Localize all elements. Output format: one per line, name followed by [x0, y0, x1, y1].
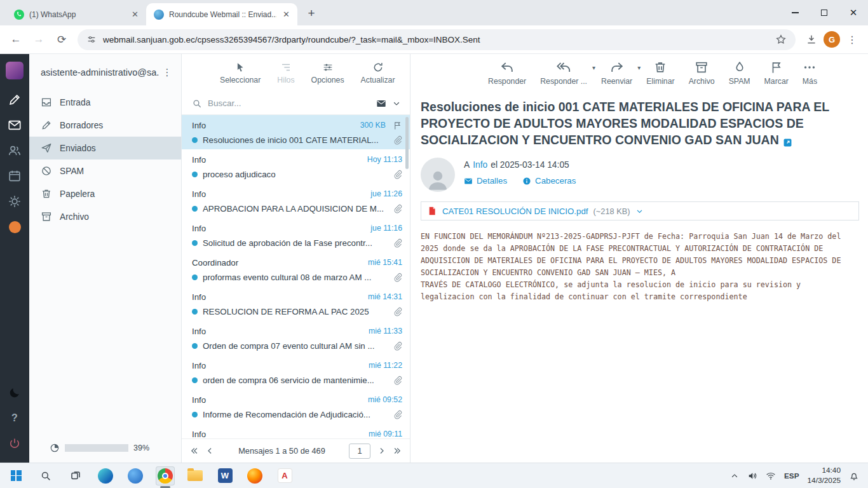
message-list-item[interactable]: Infojue 11:26 APROBACION PARA LA ADQUISI…	[182, 184, 410, 218]
message-list-item[interactable]: Info300 KB Resoluciones de inicio 001 CA…	[182, 115, 410, 149]
cpanel-button[interactable]	[0, 214, 29, 240]
compose-button[interactable]	[0, 87, 29, 112]
url-bar[interactable]: webmail.sanjuan.gob.ec/cpsess3265394567/…	[78, 29, 796, 50]
spam-icon	[41, 165, 52, 177]
site-info-icon[interactable]	[86, 34, 97, 44]
app-button-blue[interactable]	[126, 466, 145, 485]
calendar-nav-button[interactable]	[0, 163, 29, 189]
downloads-icon[interactable]	[801, 29, 822, 50]
message-list-item[interactable]: Infomié 09:52 Informe de Recomendación d…	[182, 390, 410, 424]
archive-button[interactable]: Archivo	[689, 60, 715, 86]
hidden-icons-chevron-icon[interactable]	[730, 471, 739, 480]
message-list-item[interactable]: Infomié 09:11	[182, 424, 410, 438]
attachment-name[interactable]: CATE01 RESOLUCIÓN DE INICIO.pdf	[442, 207, 588, 216]
threads-button[interactable]: Hilos	[277, 62, 294, 85]
spam-button[interactable]: SPAM	[729, 60, 750, 86]
refresh-list-button[interactable]: Actualizar	[361, 62, 395, 85]
details-toggle[interactable]: Detalles	[464, 176, 507, 186]
folder-enviados[interactable]: Enviados	[29, 137, 181, 159]
first-page-icon[interactable]	[189, 446, 199, 456]
task-view-button[interactable]	[66, 466, 85, 485]
forward-button[interactable]: →	[28, 29, 50, 50]
acrobat-icon: A	[278, 468, 292, 483]
network-icon[interactable]	[766, 471, 776, 481]
logout-button[interactable]	[0, 431, 29, 456]
new-tab-button[interactable]: +	[302, 4, 320, 22]
previous-page-icon[interactable]	[205, 446, 215, 456]
message-date: mié 09:52	[368, 395, 402, 404]
screen: (1) WhatsApp ✕ Roundcube Webmail :: Envi…	[0, 0, 868, 488]
attachment-row[interactable]: CATE01 RESOLUCIÓN DE INICIO.pdf (~218 KB…	[421, 201, 859, 220]
folder-spam[interactable]: SPAM	[29, 159, 181, 182]
volume-icon[interactable]	[747, 471, 757, 481]
window-close-button[interactable]: ✕	[839, 0, 868, 25]
chrome-button[interactable]	[156, 466, 175, 485]
attachment-menu-chevron-icon[interactable]	[635, 207, 644, 215]
headers-toggle[interactable]: Cabeceras	[522, 176, 576, 186]
taskbar-search-button[interactable]	[36, 466, 55, 485]
forward-button[interactable]: ▾Reenviar	[601, 60, 632, 86]
tab-whatsapp[interactable]: (1) WhatsApp ✕	[6, 3, 146, 25]
contacts-nav-button[interactable]	[0, 138, 29, 163]
bookmark-star-icon[interactable]	[775, 34, 787, 45]
browser-menu-icon[interactable]: ⋮	[841, 29, 863, 50]
power-icon	[8, 437, 21, 450]
folder-papelera[interactable]: Papelera	[29, 182, 181, 205]
folder-entrada[interactable]: Entrada	[29, 91, 181, 114]
options-button[interactable]: Opciones	[311, 62, 344, 85]
search-icon	[192, 98, 202, 109]
mark-button[interactable]: Marcar	[764, 60, 789, 86]
tab-close-icon[interactable]: ✕	[130, 9, 140, 20]
search-input[interactable]	[208, 98, 370, 108]
start-button[interactable]	[6, 466, 25, 485]
last-page-icon[interactable]	[393, 446, 402, 456]
browser-profile-avatar[interactable]: G	[824, 31, 840, 48]
chevron-down-icon[interactable]: ▾	[637, 64, 641, 71]
file-explorer-button[interactable]	[186, 466, 205, 485]
page-number-input[interactable]	[349, 444, 370, 459]
message-list-item[interactable]: Infojue 11:16 Solicitud de aprobación de…	[182, 218, 410, 252]
mail-nav-button[interactable]	[0, 112, 29, 138]
window-minimize-button[interactable]	[780, 0, 810, 25]
tab-roundcube[interactable]: Roundcube Webmail :: Enviad... ✕	[146, 3, 297, 25]
edge-icon	[98, 468, 113, 484]
window-maximize-button[interactable]	[810, 0, 839, 25]
account-menu-icon[interactable]: ⋮	[159, 67, 175, 78]
language-indicator[interactable]: ESP	[784, 471, 799, 480]
refresh-button[interactable]: ⟳	[51, 29, 72, 50]
acrobat-button[interactable]: A	[275, 466, 294, 485]
recipient-link[interactable]: Info	[473, 160, 487, 170]
edge-button[interactable]	[96, 466, 115, 485]
message-sender: Info	[192, 327, 206, 336]
more-button[interactable]: Más	[803, 60, 817, 86]
folder-archivo[interactable]: Archivo	[29, 205, 181, 228]
flag-icon[interactable]	[393, 121, 402, 130]
search-scope-button[interactable]	[376, 98, 386, 109]
delete-button[interactable]: Eliminar	[646, 60, 674, 86]
message-list-item[interactable]: Infomié 11:22 orden de compra 06 servici…	[182, 355, 410, 390]
message-list-item[interactable]: Infomié 14:31 RESOLUCION DE REFORMA AL P…	[182, 287, 410, 321]
notifications-icon[interactable]	[849, 471, 859, 481]
list-scrollbar[interactable]	[405, 117, 409, 169]
select-button[interactable]: Seleccionar	[220, 62, 261, 85]
next-page-icon[interactable]	[377, 446, 386, 456]
word-button[interactable]: W	[215, 466, 234, 485]
search-options-chevron-icon[interactable]	[392, 99, 401, 108]
reply-all-button[interactable]: ▾Responder ...	[540, 60, 587, 86]
back-button[interactable]: ←	[5, 29, 27, 50]
folder-borradores[interactable]: Borradores	[29, 114, 181, 137]
settings-nav-button[interactable]	[0, 189, 29, 214]
envelope-scope-icon	[376, 98, 386, 109]
message-list-item[interactable]: Coordinadormié 15:41 proformas evento cu…	[182, 252, 410, 287]
reply-button[interactable]: Responder	[488, 60, 526, 86]
open-in-new-window-icon[interactable]	[783, 133, 792, 149]
firefox-button[interactable]	[245, 466, 264, 485]
taskbar-clock[interactable]: 14:40 14/3/2025	[808, 466, 841, 485]
message-list-item[interactable]: Infomié 11:33 Orden de compra 07 evento …	[182, 321, 410, 355]
dark-mode-toggle[interactable]	[0, 380, 29, 405]
message-meta: A Info el 2025-03-14 14:05 Detalles Cabe…	[421, 158, 859, 192]
tab-close-icon[interactable]: ✕	[281, 9, 291, 20]
chevron-down-icon[interactable]: ▾	[592, 64, 595, 71]
message-list-item[interactable]: InfoHoy 11:13 proceso adjudicaco	[182, 149, 410, 184]
help-button[interactable]: ?	[0, 405, 29, 431]
